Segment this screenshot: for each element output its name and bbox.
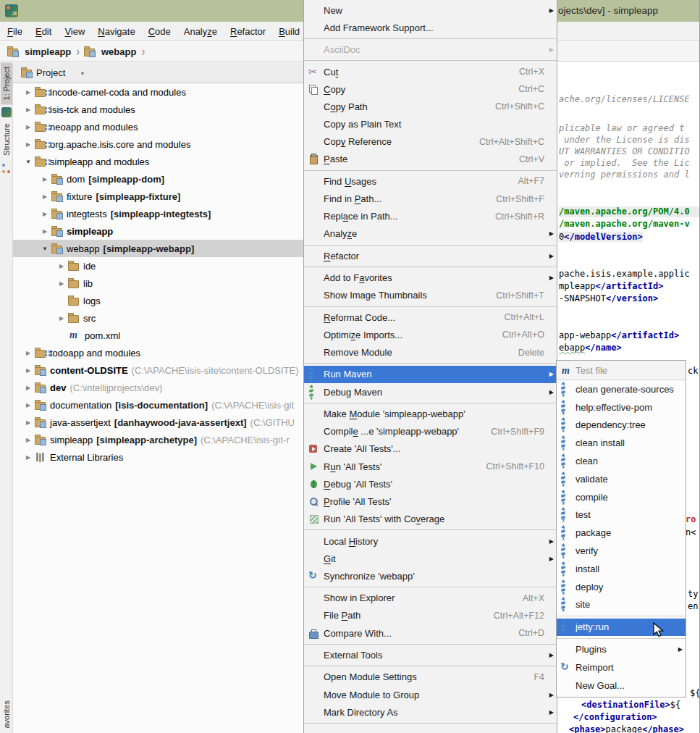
menu-item-open-module-settings[interactable]: Open Module SettingsF4 bbox=[304, 669, 557, 686]
tree-row-simpleapp[interactable]: ▶simpleapp bbox=[13, 222, 304, 240]
menu-item-copy-as-plain-text[interactable]: Copy as Plain Text bbox=[304, 116, 557, 133]
menubar-item-view[interactable]: View bbox=[58, 26, 91, 37]
tree-row-simpleapp[interactable]: ▶simpleapp[simpleapp-archetype](C:\APACH… bbox=[13, 431, 304, 448]
submenu-item-new-goal---[interactable]: New Goal... bbox=[557, 677, 686, 695]
submenu-item-compile[interactable]: compile bbox=[557, 488, 686, 506]
menu-item-compare-with---[interactable]: Compare With...Ctrl+D bbox=[304, 624, 557, 642]
breadcrumb-item-webapp[interactable]: webapp› bbox=[83, 45, 148, 58]
tree-row-content-oldsite[interactable]: ▶content-OLDSITE(C:\APACHE\isis-site\con… bbox=[13, 361, 304, 379]
collapsed-arrow-icon[interactable]: ▶ bbox=[40, 193, 50, 200]
menu-item-find-usages[interactable]: Find UsagesAlt+F7 bbox=[304, 172, 557, 190]
collapsed-arrow-icon[interactable]: ▶ bbox=[40, 228, 50, 235]
menu-item-show-image-thumbnails[interactable]: Show Image ThumbnailsCtrl+Shift+T bbox=[304, 287, 557, 304]
collapsed-arrow-icon[interactable]: ▶ bbox=[56, 263, 67, 269]
menu-item-git[interactable]: Git▶ bbox=[304, 550, 557, 567]
tree-row-todoapp-and-modules[interactable]: ▶todoapp and modules bbox=[13, 344, 304, 361]
menu-item-run-maven[interactable]: Run Maven▶ bbox=[304, 366, 557, 383]
menu-item-copy-reference[interactable]: Copy ReferenceCtrl+Alt+Shift+C bbox=[304, 133, 557, 151]
menu-item-new[interactable]: New▶ bbox=[304, 1, 557, 19]
tree-row-neoapp-and-modules[interactable]: ▶neoapp and modules bbox=[13, 118, 304, 135]
menu-item-remove-module[interactable]: Remove ModuleDelete bbox=[304, 344, 557, 361]
tree-row-integtests[interactable]: ▶integtests[simpleapp-integtests] bbox=[13, 205, 304, 222]
menu-item-move-module-to-group[interactable]: Move Module to Group▶ bbox=[304, 686, 557, 703]
collapsed-arrow-icon[interactable]: ▶ bbox=[23, 402, 33, 409]
menubar-item-build[interactable]: Build bbox=[272, 26, 306, 37]
menu-item-compile----e--simpleapp-webapp-[interactable]: Compile ...e 'simpleapp-webapp'Ctrl+Shif… bbox=[304, 423, 557, 440]
tree-row-fixture[interactable]: ▶fixture[simpleapp-fixture] bbox=[13, 188, 304, 205]
menubar-item-analyze[interactable]: Analyze bbox=[177, 26, 224, 37]
menu-item-find-in-path---[interactable]: Find in Path...Ctrl+Shift+F bbox=[304, 190, 557, 207]
menu-item-refactor[interactable]: Refactor▶ bbox=[304, 247, 557, 264]
collapsed-arrow-icon[interactable]: ▶ bbox=[23, 454, 33, 461]
menu-item-run--all-tests-[interactable]: Run 'All Tests'Ctrl+Shift+F10 bbox=[304, 458, 557, 475]
collapsed-arrow-icon[interactable]: ▶ bbox=[40, 211, 50, 217]
submenu-item-clean-install[interactable]: clean install bbox=[557, 434, 686, 452]
menu-item-show-in-explorer[interactable]: Show in ExplorerAlt+X bbox=[304, 590, 557, 607]
menu-item-cut[interactable]: CutCtrl+X bbox=[304, 63, 557, 80]
submenu-item-plugins[interactable]: Plugins▶ bbox=[557, 641, 686, 659]
menu-item-replace-in-path---[interactable]: Replace in Path...Ctrl+Shift+R bbox=[304, 208, 557, 225]
expanded-arrow-icon[interactable]: ▼ bbox=[23, 159, 33, 165]
menubar-item-file[interactable]: File bbox=[1, 26, 29, 37]
submenu-item-deploy[interactable]: deploy bbox=[557, 578, 686, 596]
tree-row-src[interactable]: ▶src bbox=[13, 309, 304, 327]
menu-item-reformat-code---[interactable]: Reformat Code...Ctrl+Alt+L bbox=[304, 309, 557, 326]
collapsed-arrow-icon[interactable]: ▶ bbox=[23, 367, 33, 374]
collapsed-arrow-icon[interactable]: ▶ bbox=[23, 141, 33, 148]
collapsed-arrow-icon[interactable]: ▶ bbox=[40, 176, 50, 183]
tree-row-ide[interactable]: ▶ide bbox=[13, 257, 304, 275]
menu-item-mark-directory-as[interactable]: Mark Directory As▶ bbox=[304, 703, 557, 721]
collapsed-arrow-icon[interactable]: ▶ bbox=[23, 124, 33, 130]
collapsed-arrow-icon[interactable]: ▶ bbox=[56, 315, 67, 322]
tree-row-external-libraries[interactable]: ▶External Libraries bbox=[13, 448, 304, 466]
menu-item-synchronize--webapp-[interactable]: Synchronize 'webapp' bbox=[304, 567, 557, 585]
menu-item-profile--all-tests-[interactable]: Profile 'All Tests' bbox=[304, 493, 557, 510]
tree-row-pom-xml[interactable]: mpom.xml bbox=[13, 327, 304, 344]
collapsed-arrow-icon[interactable]: ▶ bbox=[23, 350, 33, 356]
tree-row-dom[interactable]: ▶dom[simpleapp-dom] bbox=[13, 170, 304, 188]
menu-item-debug--all-tests-[interactable]: Debug 'All Tests' bbox=[304, 475, 557, 493]
menu-item-add-framework-support---[interactable]: Add Framework Support... bbox=[304, 19, 557, 36]
menu-item-file-path[interactable]: File PathCtrl+Alt+F12 bbox=[304, 607, 557, 624]
chevron-down-icon[interactable]: ▼ bbox=[80, 71, 85, 76]
breadcrumb-item-simpleapp[interactable]: simpleapp› bbox=[6, 45, 83, 58]
submenu-item-install[interactable]: install bbox=[557, 560, 686, 578]
menubar-item-refactor[interactable]: Refactor bbox=[224, 26, 272, 37]
menu-item-run--all-tests--with-coverage[interactable]: Run 'All Tests' with Coverage bbox=[304, 511, 557, 528]
menu-item-paste[interactable]: PasteCtrl+V bbox=[304, 151, 557, 168]
menu-item-local-history[interactable]: Local History▶ bbox=[304, 532, 557, 550]
collapsed-arrow-icon[interactable]: ▶ bbox=[23, 106, 33, 113]
tree-row-webapp[interactable]: ▼webapp[simpleapp-webapp] bbox=[13, 240, 304, 257]
submenu-item-clean-generate-sources[interactable]: clean generate-sources bbox=[557, 380, 686, 398]
tree-row-java-assertjext[interactable]: ▶java-assertjext[danhaywood-java-assertj… bbox=[13, 414, 304, 431]
menubar-item-edit[interactable]: Edit bbox=[29, 26, 58, 37]
tree-row-org-apache-isis-core-and-modules[interactable]: ▶org.apache.isis.core and modules bbox=[13, 135, 304, 153]
menu-item-debug-maven[interactable]: Debug Maven▶ bbox=[304, 383, 557, 401]
submenu-item-site[interactable]: site bbox=[557, 596, 686, 614]
menu-item-external-tools[interactable]: External Tools▶ bbox=[304, 646, 557, 663]
tree-row-documentation[interactable]: ▶documentation[isis-documentation](C:\AP… bbox=[13, 396, 304, 414]
collapsed-arrow-icon[interactable]: ▶ bbox=[23, 385, 33, 391]
collapsed-arrow-icon[interactable]: ▶ bbox=[23, 437, 33, 443]
collapsed-arrow-icon[interactable]: ▶ bbox=[56, 280, 67, 287]
menu-item-analyze[interactable]: Analyze▶ bbox=[304, 225, 557, 243]
collapsed-arrow-icon[interactable]: ▶ bbox=[23, 89, 33, 96]
menu-item-optimize-imports---[interactable]: Optimize Imports...Ctrl+Alt+O bbox=[304, 326, 557, 343]
submenu-item-help-effective-pom[interactable]: help:effective-pom bbox=[557, 398, 686, 416]
submenu-item-dependency-tree[interactable]: dependency:tree bbox=[557, 416, 686, 435]
submenu-item-package[interactable]: package bbox=[557, 524, 686, 542]
tree-row-logs[interactable]: logs bbox=[13, 292, 304, 309]
tool-button-favorites[interactable]: avorites bbox=[1, 696, 12, 733]
tree-row-incode-camel-coda-and-modules[interactable]: ▶incode-camel-coda and modules bbox=[13, 83, 304, 101]
menubar-item-code[interactable]: Code bbox=[142, 26, 177, 37]
menu-item-create--all-tests----[interactable]: Create 'All Tests'... bbox=[304, 440, 557, 458]
tree-row-simpleapp-and-modules[interactable]: ▼simpleapp and modules bbox=[13, 153, 304, 170]
tool-button-structure[interactable]: Structure bbox=[0, 119, 12, 175]
tool-button----project[interactable]: 1: Project bbox=[0, 62, 12, 119]
submenu-item-clean[interactable]: clean bbox=[557, 452, 686, 470]
submenu-item-test[interactable]: test bbox=[557, 506, 686, 524]
menu-item-copy-path[interactable]: Copy PathCtrl+Shift+C bbox=[304, 98, 557, 115]
submenu-item-verify[interactable]: verify bbox=[557, 542, 686, 560]
project-panel-header[interactable]: Project ▼ bbox=[13, 62, 304, 83]
submenu-item-validate[interactable]: validate bbox=[557, 470, 686, 488]
